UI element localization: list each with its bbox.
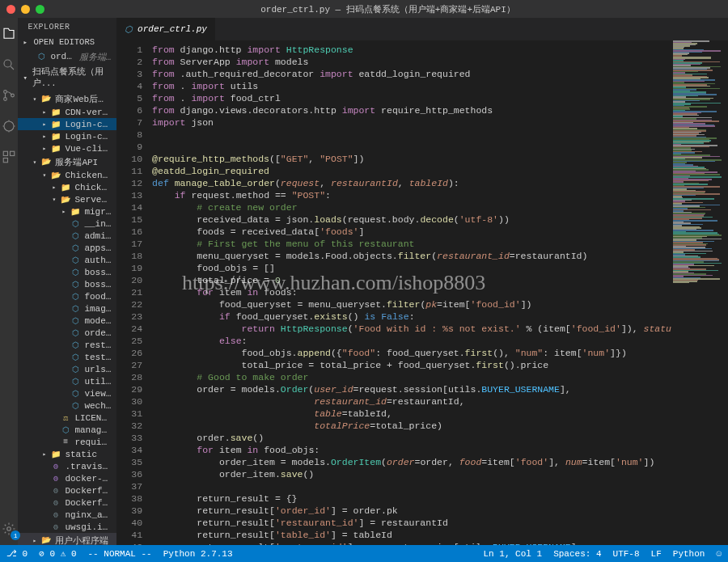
tree-item[interactable]: ▸📂用户小程序端	[18, 533, 116, 545]
titlebar: order_ctrl.py — 扫码点餐系统（用户端+商家端+后端API）	[0, 0, 728, 18]
tree-item[interactable]: ⬡order_ctrl.py	[18, 327, 116, 339]
tree-item[interactable]: ▸📁static	[18, 448, 116, 460]
tree-item[interactable]: ⬡views.py	[18, 387, 116, 399]
maximize-window-button[interactable]	[36, 5, 44, 14]
status-cursor-position[interactable]: Ln 1, Col 1	[484, 549, 543, 559]
file-icon: ⬡	[60, 425, 71, 435]
tree-item[interactable]: ⚙Dockerfile_nginx	[18, 497, 116, 509]
tree-item[interactable]: ⬡boss_user_login_ctrl....	[18, 278, 116, 290]
file-icon: ⬡	[70, 219, 81, 229]
tree-item[interactable]: ⬡utils.py	[18, 375, 116, 387]
tree-label: apps.py	[84, 243, 112, 253]
minimap[interactable]	[671, 40, 728, 545]
svg-rect-5	[3, 151, 7, 155]
tree-item[interactable]: ▾📂服务端API	[18, 154, 116, 169]
tree-item[interactable]: ▾📂商家Web后台管理端	[18, 91, 116, 106]
tree-item[interactable]: ⬡apps.py	[18, 242, 116, 254]
extensions-icon[interactable]	[1, 149, 17, 165]
file-icon: ⬡	[70, 268, 81, 277]
tree-item[interactable]: ⚙docker-compose.yml	[18, 472, 116, 484]
tree-item[interactable]: ⬡tests.py	[18, 351, 116, 363]
file-icon: ⬡	[70, 389, 81, 399]
status-feedback-icon[interactable]: ☺	[716, 549, 722, 559]
file-icon: 📁	[50, 450, 61, 459]
file-icon: ⬡	[70, 316, 81, 326]
file-icon: ⬡	[70, 365, 81, 374]
tree-item[interactable]: ⬡manage.py	[18, 424, 116, 436]
tree-item[interactable]: ≡requirements.txt	[18, 436, 116, 448]
open-editors-section[interactable]: ▸OPEN EDITORS	[18, 35, 116, 49]
tree-item[interactable]: ⬡admin.py	[18, 230, 116, 242]
tree-label: views.py	[84, 389, 112, 399]
debug-icon[interactable]	[1, 118, 17, 134]
tree-item[interactable]: ⬡image_ctrl.py	[18, 302, 116, 315]
tree-item[interactable]: ⬡food_ctrl.py	[18, 290, 116, 302]
open-editor-filename: order_ctrl.py	[50, 52, 74, 61]
tree-item[interactable]: ⬡models.py	[18, 315, 116, 327]
tree-item[interactable]: ⚙Dockerfile_django	[18, 484, 116, 497]
file-icon: 📁	[60, 183, 71, 192]
tree-item[interactable]: ⚙uwsgi.ini	[18, 521, 116, 533]
workspace-root[interactable]: ▾扫码点餐系统（用户...	[18, 64, 116, 91]
status-language[interactable]: Python	[673, 549, 705, 559]
file-icon: ⬡	[70, 353, 81, 362]
tree-item[interactable]: ▸📁CDN-version	[18, 106, 116, 118]
window-title: order_ctrl.py — 扫码点餐系统（用户端+商家端+后端API）	[54, 3, 722, 15]
tree-label: ChickenDinner8Server	[74, 183, 112, 192]
file-icon: ⬡	[70, 401, 81, 411]
tree-label: __init__.py	[84, 219, 112, 229]
status-indentation[interactable]: Spaces: 4	[553, 549, 601, 559]
settings-gear-icon[interactable]: 1	[1, 521, 17, 537]
status-problems[interactable]: ⊘ 0 ⚠ 0	[39, 548, 76, 559]
open-editor-item[interactable]: ⬡ order_ctrl.py 服务端API/Chicke...	[18, 49, 116, 64]
tree-item[interactable]: ⬡restaurant_ctrl.py	[18, 339, 116, 351]
tree-item[interactable]: ⚙.travis.yml	[18, 460, 116, 472]
minimize-window-button[interactable]	[21, 5, 30, 14]
file-icon: 📁	[70, 207, 81, 217]
tree-label: auth_required_decorat...	[84, 256, 112, 265]
file-icon: 📂	[40, 535, 52, 545]
tree-label: manage.py	[74, 425, 112, 435]
tab-order-ctrl[interactable]: ⬡ order_ctrl.py	[116, 18, 216, 40]
tree-item[interactable]: ▾📂ChickenDinner8	[18, 169, 116, 181]
code-content[interactable]: from django.http import HttpResponsefrom…	[152, 40, 671, 545]
tree-label: wechat_login_ctrl.py	[84, 401, 112, 411]
tree-item[interactable]: ▸📁Vue-cli-version	[18, 142, 116, 154]
file-icon: 📂	[40, 157, 52, 167]
tree-item[interactable]: ⚙nginx_app.conf	[18, 509, 116, 521]
explorer-icon[interactable]	[1, 26, 17, 42]
status-git-branch[interactable]: ⎇ 0	[6, 548, 28, 559]
tree-item[interactable]: ⬡__init__.py	[18, 218, 116, 230]
file-icon: ⚖	[60, 413, 71, 423]
file-icon: ⬡	[70, 256, 81, 265]
source-control-icon[interactable]	[1, 87, 17, 104]
tree-item[interactable]: ▸📁migrations	[18, 205, 116, 218]
file-icon: ⬡	[70, 280, 81, 289]
tree-item[interactable]: ▸📁ChickenDinner8Server	[18, 181, 116, 193]
editor-body[interactable]: 1234567891011121314151617181920212223242…	[116, 40, 728, 545]
file-icon: ⚙	[50, 486, 61, 496]
search-icon[interactable]	[1, 57, 17, 73]
main: 1 EXPLORER ▸OPEN EDITORS ⬡ order_ctrl.py…	[0, 18, 728, 545]
svg-rect-7	[3, 158, 7, 163]
file-icon: ⬡	[70, 292, 81, 302]
close-window-button[interactable]	[6, 5, 15, 14]
tree-item[interactable]: ▾📂ServerApp	[18, 193, 116, 205]
tree-item[interactable]: ▸📁Login-cli-version	[18, 130, 116, 142]
editor-area: ⬡ order_ctrl.py 123456789101112131415161…	[116, 18, 728, 545]
tree-item[interactable]: ⚖LICENSE	[18, 412, 116, 424]
tree-item[interactable]: ▸📁Login-cdn-version	[18, 118, 116, 130]
explorer-header: EXPLORER	[18, 18, 116, 35]
file-icon: ⚙	[50, 462, 61, 471]
tree-label: order_ctrl.py	[84, 328, 112, 338]
status-python-version[interactable]: Python 2.7.13	[163, 549, 233, 559]
tree-item[interactable]: ⬡wechat_login_ctrl.py	[18, 399, 116, 412]
tree-label: food_ctrl.py	[84, 292, 112, 302]
tree-item[interactable]: ⬡boss_user_ctrl.py	[18, 266, 116, 278]
status-encoding[interactable]: UTF-8	[613, 549, 640, 559]
tree-label: boss_user_login_ctrl....	[84, 280, 112, 289]
tree-item[interactable]: ⬡auth_required_decorat...	[18, 254, 116, 266]
status-eol[interactable]: LF	[651, 549, 662, 559]
workspace-label: 扫码点餐系统（用户...	[32, 66, 112, 89]
tree-item[interactable]: ⬡urls.py	[18, 363, 116, 375]
